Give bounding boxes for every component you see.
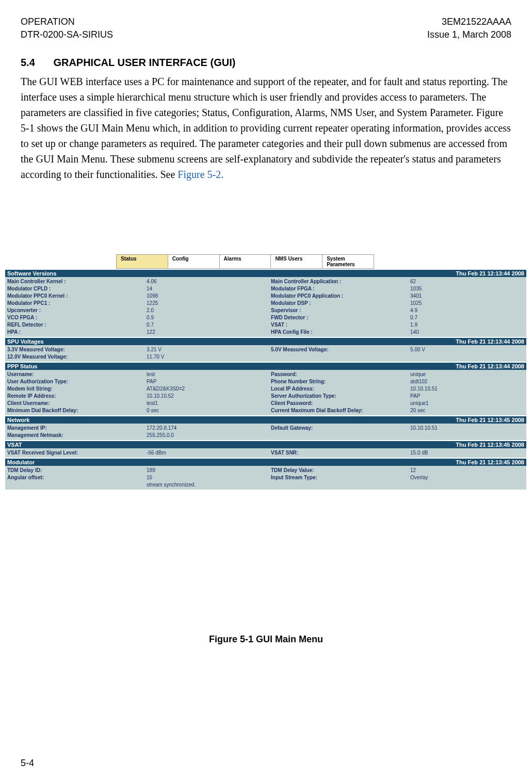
data-value: 15.0 dB <box>410 449 524 457</box>
data-value: 189 <box>147 467 261 474</box>
data-row: Modulator PPC0 Application :3401 <box>271 293 524 300</box>
data-label: Input Stream Type: <box>271 474 410 481</box>
data-row: 12.0V Measured Voltage:11.70 V <box>7 353 261 361</box>
data-label: Management Netmask: <box>7 432 147 439</box>
figure-caption: Figure 5-1 GUI Main Menu <box>21 634 511 645</box>
data-label: Minimum Dial Backoff Delay: <box>7 407 147 414</box>
panel-header-software_versions: Software VersionsThu Feb 21 12:13:44 200… <box>5 270 526 277</box>
figure-link[interactable]: Figure 5-2. <box>178 169 223 180</box>
data-row: HPA :122 <box>7 329 261 336</box>
data-value: stream synchronized. <box>147 481 261 489</box>
data-label: Current Maximum Dial Backoff Delay: <box>271 407 410 414</box>
data-value: 10.10.10.52 <box>147 393 261 400</box>
data-value: 1098 <box>147 293 261 300</box>
data-label: Main Controller Kernel : <box>7 278 147 285</box>
section-title: GRAPHICAL USER INTERFACE (GUI) <box>53 57 235 68</box>
data-row: Default Gateway:10.10.10.51 <box>271 425 524 432</box>
data-row: Main Controller Kernel :4.06 <box>7 278 261 285</box>
data-row: TDM Delay Value:12 <box>271 467 524 474</box>
data-value: unique1 <box>410 400 524 407</box>
data-label: 12.0V Measured Voltage: <box>7 353 147 361</box>
panel-timestamp: Thu Feb 21 12:13:45 2008 <box>456 417 524 423</box>
data-label: VSAT Received Signal Level: <box>7 449 147 457</box>
data-row: Management IP:172.20.8.174 <box>7 425 261 432</box>
data-value: unique <box>410 371 524 378</box>
page-number: 5-4 <box>21 758 34 769</box>
data-value: 1035 <box>410 285 524 293</box>
data-label: TDM Delay ID: <box>7 467 147 474</box>
section-heading: 5.4 GRAPHICAL USER INTERFACE (GUI) <box>21 57 511 69</box>
panel-body-vsat: VSAT Received Signal Level:-56 dBmVSAT S… <box>5 448 526 458</box>
data-value: -56 dBm <box>147 449 261 457</box>
data-value: 10.10.10.51 <box>410 425 524 432</box>
panel-header-network: NetworkThu Feb 21 12:13:45 2008 <box>5 416 526 424</box>
tab-config[interactable]: Config <box>168 255 220 268</box>
data-row: Current Maximum Dial Backoff Delay:20 se… <box>271 407 524 414</box>
panel-timestamp: Thu Feb 21 12:13:45 2008 <box>456 459 524 465</box>
data-value: Overlay <box>410 474 524 481</box>
data-label: 3.3V Measured Voltage: <box>7 346 147 353</box>
data-row: Username:test <box>7 371 261 378</box>
tab-system-parameters[interactable]: System Parameters <box>323 255 374 268</box>
data-label: Upconverter : <box>7 307 147 314</box>
panel-header-modulator: ModulatorThu Feb 21 12:13:45 2008 <box>5 459 526 466</box>
panel-timestamp: Thu Feb 21 12:13:44 2008 <box>456 363 524 369</box>
data-row: 5.0V Measured Voltage:5.00 V <box>271 346 524 353</box>
data-label: VSAT : <box>271 321 410 329</box>
data-value: 3.21 V <box>147 346 261 353</box>
data-label: Modulator DSP : <box>271 300 410 307</box>
data-row: Modulator CPLD :14 <box>7 285 261 293</box>
data-row: Client Username:test1 <box>7 400 261 407</box>
data-label: Main Controller Application : <box>271 278 410 285</box>
data-label: 5.0V Measured Voltage: <box>271 346 410 353</box>
data-row: Server Authorization Type:PAP <box>271 393 524 400</box>
data-label: Modulator PPC0 Kernel : <box>7 293 147 300</box>
data-value: 0.9 <box>147 314 261 321</box>
tab-alarms[interactable]: Alarms <box>220 255 271 268</box>
data-value: 20 sec <box>410 407 524 414</box>
data-value: PAP <box>410 393 524 400</box>
tab-status[interactable]: Status <box>117 255 168 268</box>
data-label: Server Authorization Type: <box>271 393 410 400</box>
data-label: Local IP Address: <box>271 385 410 393</box>
data-label: HPA : <box>7 329 147 336</box>
data-row: Upconverter :2.0 <box>7 307 261 314</box>
data-row: Modulator PPC1 :1225 <box>7 300 261 307</box>
data-label: Modulator PPC1 : <box>7 300 147 307</box>
data-label: Modulator FPGA : <box>271 285 410 293</box>
data-row: TDM Delay ID:189 <box>7 467 261 474</box>
panel-header-ppp_status: PPP StatusThu Feb 21 12:13:44 2008 <box>5 363 526 370</box>
panel-body-ppp_status: Username:testUser Authorization Type:PAP… <box>5 370 526 415</box>
panel-body-spu_voltages: 3.3V Measured Voltage:3.21 V12.0V Measur… <box>5 345 526 362</box>
data-value: atdt102 <box>410 378 524 385</box>
data-label: Angular offset: <box>7 474 147 481</box>
data-row: Modulator DSP :1025 <box>271 300 524 307</box>
panel-body-network: Management IP:172.20.8.174Management Net… <box>5 424 526 440</box>
data-row: VSAT SNR:15.0 dB <box>271 449 524 457</box>
data-value: PAP <box>147 378 261 385</box>
data-label: Default Gateway: <box>271 425 410 432</box>
data-value: 0.7 <box>410 314 524 321</box>
data-value: test <box>147 371 261 378</box>
data-label: Modulator CPLD : <box>7 285 147 293</box>
header-doc-id: DTR-0200-SA-SIRIUS <box>21 28 113 41</box>
data-value: test1 <box>147 400 261 407</box>
data-row: Management Netmask:255.255.0.0 <box>7 432 261 439</box>
data-row: Main Controller Application :62 <box>271 278 524 285</box>
tab-nms-users[interactable]: NMS Users <box>271 255 323 268</box>
data-label: Management IP: <box>7 425 147 432</box>
data-value: 1.9 <box>410 321 524 329</box>
data-label: Phone Number String: <box>271 378 410 385</box>
data-value: 10.10.10.51 <box>410 385 524 393</box>
data-label: TDM Delay Value: <box>271 467 410 474</box>
header-operation: OPERATION <box>21 15 113 28</box>
paragraph-text: The GUI WEB interface uses a PC for main… <box>21 76 511 180</box>
data-row: Password:unique <box>271 371 524 378</box>
header-left: OPERATION DTR-0200-SA-SIRIUS <box>21 15 113 41</box>
panel-timestamp: Thu Feb 21 12:13:44 2008 <box>456 270 524 277</box>
data-value: 0.7 <box>147 321 261 329</box>
data-label: Modem Init String: <box>7 385 147 393</box>
data-label: REFL Detector : <box>7 321 147 329</box>
data-label: Client Password: <box>271 400 410 407</box>
data-row: Remote IP Address:10.10.10.52 <box>7 393 261 400</box>
